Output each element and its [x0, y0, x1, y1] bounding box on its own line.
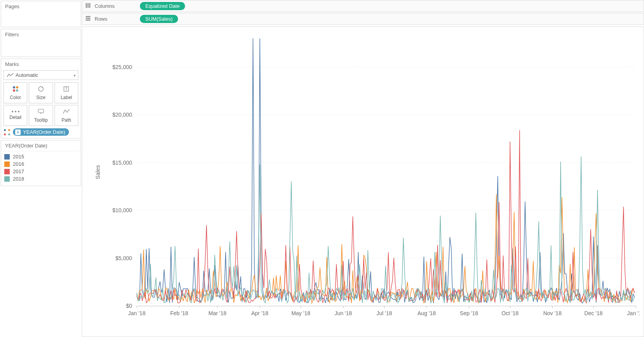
rows-pill[interactable]: SUM(Sales): [140, 15, 178, 23]
mark-label-label: Label: [61, 95, 72, 100]
mark-type-label: Automatic: [16, 72, 38, 78]
svg-text:Jul '18: Jul '18: [376, 310, 392, 316]
columns-pill-label: Equalized Date: [145, 3, 180, 9]
path-icon: [62, 108, 70, 115]
pages-card[interactable]: Pages: [1, 1, 81, 27]
svg-text:Dec '18: Dec '18: [584, 310, 603, 316]
marks-pill-label: YEAR(Order Date): [23, 129, 65, 135]
legend-swatch: [4, 176, 10, 182]
legend-label: 2015: [13, 154, 24, 160]
svg-text:Oct '18: Oct '18: [501, 310, 519, 316]
legend-item[interactable]: 2017: [4, 168, 78, 175]
label-icon: T: [62, 85, 70, 92]
pages-title: Pages: [1, 1, 81, 12]
rows-shelf-label-wrap: Rows: [85, 16, 136, 22]
mark-detail-button[interactable]: Detail: [4, 105, 27, 126]
mark-color-label: Color: [10, 95, 21, 100]
mark-tooltip-button[interactable]: Tooltip: [29, 105, 53, 126]
app-root: Pages Filters Marks Automatic ▾: [0, 0, 644, 337]
svg-text:Jan '18: Jan '18: [128, 310, 146, 316]
svg-text:Feb '18: Feb '18: [170, 310, 189, 316]
legend-card: YEAR(Order Date) 2015201620172018: [1, 140, 81, 186]
svg-text:Apr '18: Apr '18: [251, 310, 268, 316]
svg-text:Sep '18: Sep '18: [460, 310, 478, 316]
plus-icon: +: [15, 129, 21, 135]
mark-path-label: Path: [62, 117, 71, 123]
legend-title: YEAR(Order Date): [1, 140, 81, 151]
mark-tooltip-label: Tooltip: [34, 117, 48, 123]
mark-detail-label: Detail: [9, 115, 21, 120]
svg-text:$25,000: $25,000: [112, 64, 132, 70]
svg-text:T: T: [65, 87, 67, 91]
legend-body: 2015201620172018: [1, 151, 81, 186]
svg-text:Mar '18: Mar '18: [208, 310, 227, 316]
svg-rect-8: [89, 3, 90, 8]
svg-text:Aug '18: Aug '18: [418, 310, 436, 316]
legend-swatch: [4, 161, 10, 167]
mark-size-label: Size: [36, 95, 45, 100]
rows-label: Rows: [95, 16, 108, 22]
svg-text:$5,000: $5,000: [115, 255, 132, 261]
svg-rect-7: [88, 3, 89, 8]
marks-title: Marks: [1, 59, 81, 69]
legend-label: 2016: [13, 161, 24, 167]
columns-shelf-label-wrap: Columns: [85, 3, 136, 9]
columns-pill[interactable]: Equalized Date: [140, 2, 185, 10]
detail-icon: [12, 111, 19, 112]
legend-item[interactable]: 2015: [4, 153, 78, 160]
legend-label: 2017: [13, 168, 24, 174]
rows-shelf[interactable]: Rows SUM(Sales): [82, 13, 644, 25]
svg-text:$15,000: $15,000: [112, 160, 132, 166]
svg-rect-11: [86, 20, 90, 21]
svg-rect-10: [86, 18, 90, 19]
color-dots-icon: [4, 129, 11, 136]
svg-text:Nov '18: Nov '18: [543, 310, 561, 316]
chart-viewport[interactable]: $0$5,000$10,000$15,000$20,000$25,000Sale…: [82, 27, 644, 337]
svg-text:Jan '19: Jan '19: [627, 310, 640, 316]
rows-pill-label: SUM(Sales): [145, 16, 173, 22]
svg-rect-4: [38, 109, 44, 113]
sales-line-chart: $0$5,000$10,000$15,000$20,000$25,000Sale…: [86, 31, 640, 333]
legend-item[interactable]: 2018: [4, 175, 78, 183]
mark-label-button[interactable]: T Label: [55, 82, 78, 103]
series-2018: [137, 156, 634, 303]
svg-marker-5: [40, 113, 42, 114]
mark-buttons-grid: Color Size T Label Detail Tooltip: [1, 82, 81, 126]
columns-icon: [85, 3, 92, 9]
main-area: Columns Equalized Date Rows SUM(Sales): [82, 0, 644, 337]
color-dots-icon: [12, 85, 19, 92]
shelves: Columns Equalized Date Rows SUM(Sales): [82, 0, 644, 25]
svg-text:$20,000: $20,000: [112, 112, 132, 118]
svg-text:Sales: Sales: [95, 165, 101, 179]
legend-label: 2018: [13, 176, 24, 182]
size-icon: [37, 85, 45, 92]
rows-icon: [85, 16, 92, 22]
line-icon: [7, 73, 13, 78]
marks-pill-row: + YEAR(Order Date): [1, 126, 81, 138]
svg-point-1: [42, 87, 43, 88]
mark-size-button[interactable]: Size: [29, 82, 53, 103]
columns-label: Columns: [95, 3, 115, 9]
tooltip-icon: [37, 108, 45, 115]
legend-swatch: [4, 169, 10, 174]
legend-item[interactable]: 2016: [4, 160, 78, 168]
marks-card: Marks Automatic ▾ Color: [1, 59, 81, 138]
svg-text:Jun '18: Jun '18: [335, 310, 352, 316]
legend-swatch: [4, 154, 10, 160]
svg-text:$0: $0: [126, 303, 132, 309]
svg-rect-6: [86, 3, 87, 8]
filters-card[interactable]: Filters: [1, 29, 81, 57]
columns-shelf[interactable]: Columns Equalized Date: [82, 0, 644, 12]
mark-color-button[interactable]: Color: [4, 82, 27, 103]
sidebar: Pages Filters Marks Automatic ▾: [0, 0, 82, 337]
filters-title: Filters: [1, 29, 81, 40]
svg-rect-9: [86, 16, 90, 17]
chevron-down-icon: ▾: [74, 73, 76, 77]
svg-text:May '18: May '18: [291, 310, 311, 316]
mark-path-button[interactable]: Path: [55, 105, 78, 126]
mark-type-dropdown[interactable]: Automatic ▾: [4, 70, 78, 80]
svg-text:$10,000: $10,000: [112, 208, 132, 214]
marks-color-pill[interactable]: + YEAR(Order Date): [13, 128, 69, 136]
